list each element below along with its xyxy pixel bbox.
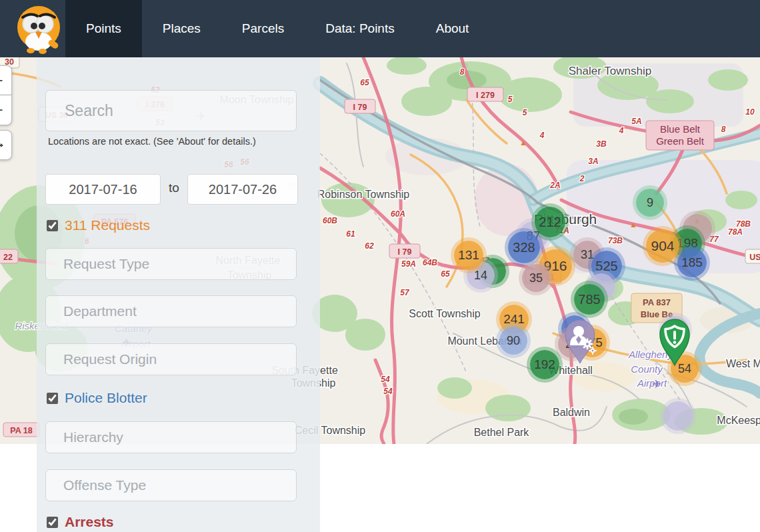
date-separator: to: [169, 181, 179, 195]
checkbox-police-blotter[interactable]: [47, 393, 58, 404]
route-shield-text: I 79: [398, 247, 412, 257]
cluster-marker[interactable]: 9: [636, 189, 664, 217]
map-zoom-control: + −: [0, 65, 12, 160]
layer-toggle-311-requests: 311 Requests: [37, 217, 150, 233]
exit-number: 10: [745, 107, 755, 117]
cluster-marker[interactable]: 212: [535, 207, 565, 237]
offense-type-input[interactable]: [45, 469, 297, 501]
checkbox-arrests[interactable]: [47, 517, 58, 528]
exit-number: 4: [539, 131, 545, 140]
top-navbar: Points Places Parcels Data: Points About: [0, 0, 760, 57]
cluster-marker[interactable]: 131: [454, 241, 483, 270]
plane-icon: ✈: [652, 378, 661, 391]
route-shield-text: I 79: [353, 103, 367, 112]
exit-number: 8: [460, 67, 465, 77]
route-shield-text: I 279: [476, 91, 495, 100]
town-label: Baldwin: [553, 407, 590, 418]
owl-logo[interactable]: [12, 0, 65, 57]
pan-icon: [0, 139, 4, 151]
town-label: McKeesport: [717, 415, 760, 426]
belt-label-text: Blue Belt: [660, 123, 701, 135]
date-from-input[interactable]: [45, 174, 161, 205]
tab-places[interactable]: Places: [142, 0, 221, 57]
exit-number: 54: [381, 375, 390, 384]
tab-data-points[interactable]: Data: Points: [305, 0, 415, 57]
exit-number: 77: [709, 235, 719, 244]
tab-about[interactable]: About: [415, 0, 490, 57]
police-shield-pin[interactable]: [656, 316, 693, 369]
route-shield-text: PA 18: [10, 426, 32, 435]
department-input[interactable]: [45, 295, 297, 327]
exit-number: 73B: [608, 236, 623, 245]
cluster-marker[interactable]: 328: [508, 231, 540, 263]
label-police-blotter: Police Blotter: [65, 390, 147, 406]
cluster-marker[interactable]: 35: [522, 264, 550, 292]
checkbox-311-requests[interactable]: [47, 220, 58, 231]
exit-number: 65: [360, 78, 369, 87]
owl-logo-icon: [13, 3, 64, 55]
label-311-requests: 311 Requests: [65, 217, 150, 233]
peak-icon: ▲: [519, 138, 527, 147]
exit-number: 2: [579, 174, 585, 183]
layer-toggle-arrests: Arrests: [37, 514, 114, 530]
exit-number: 4: [619, 126, 624, 135]
exit-number: 2A: [549, 181, 560, 190]
exit-number: 57: [400, 288, 410, 297]
town-label: Bethel Park: [474, 427, 530, 438]
exit-number: 78A: [728, 227, 743, 237]
cluster-marker[interactable]: [663, 401, 693, 431]
search-input[interactable]: [45, 90, 297, 131]
peak-icon: ▲: [629, 220, 637, 229]
town-label: Scott Township: [409, 308, 480, 319]
exit-number: 5: [523, 108, 527, 117]
exit-number: 3B: [596, 139, 607, 149]
filter-panel: Locations are not exact. (See 'About' fo…: [37, 57, 320, 532]
cluster-marker[interactable]: 90: [499, 327, 527, 355]
route-shield-text: 22: [3, 253, 13, 262]
cluster-marker[interactable]: 785: [574, 284, 605, 315]
town-label: Robinson Township: [317, 189, 410, 200]
zoom-in-button[interactable]: +: [0, 65, 12, 95]
tab-parcels[interactable]: Parcels: [221, 0, 305, 57]
belt-label-text: Green Belt: [656, 135, 705, 147]
pan-button[interactable]: [0, 130, 12, 160]
cluster-marker[interactable]: 192: [530, 350, 559, 379]
exit-number: 8: [721, 125, 726, 134]
request-origin-input[interactable]: [45, 343, 297, 375]
label-arrests: Arrests: [65, 514, 114, 530]
exit-number: 64B: [423, 258, 437, 267]
town-label: West Mifflin: [726, 358, 760, 369]
request-type-input[interactable]: [45, 248, 297, 280]
town-label: Shaler Township: [569, 65, 651, 77]
zoom-out-button[interactable]: −: [0, 95, 12, 125]
tab-points[interactable]: Points: [65, 0, 142, 57]
layer-toggle-police-blotter: Police Blotter: [37, 390, 147, 406]
exit-number: 3A: [588, 157, 598, 166]
cluster-marker[interactable]: 904: [646, 229, 679, 263]
route-shield-text: US: [749, 253, 760, 262]
exit-number: 60B: [323, 216, 337, 225]
exit-number: 60A: [391, 209, 405, 219]
date-to-input[interactable]: [187, 174, 298, 205]
exit-number: 62: [365, 241, 374, 251]
exit-number: 59A: [401, 259, 416, 269]
exit-number: 5: [508, 95, 513, 104]
exit-number: 5A: [631, 117, 641, 126]
hierarchy-input[interactable]: [45, 421, 297, 453]
exit-number: 65: [441, 269, 450, 279]
disclaimer-text: Locations are not exact. (See 'About' fo…: [48, 136, 256, 147]
tan-label-text: PA 837: [643, 297, 671, 307]
city-services-pin[interactable]: [561, 317, 599, 367]
cluster-marker[interactable]: 185: [677, 248, 707, 277]
exit-number: 61: [346, 229, 355, 239]
exit-number: 54: [383, 387, 393, 396]
nav-tabs: Points Places Parcels Data: Points About: [65, 0, 489, 57]
